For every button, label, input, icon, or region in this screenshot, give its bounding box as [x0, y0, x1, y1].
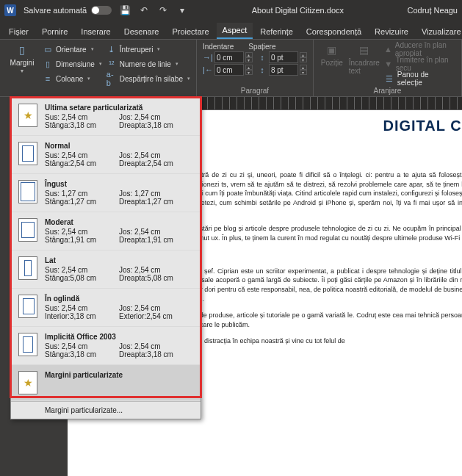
tab-fișier[interactable]: Fișier — [3, 24, 35, 39]
ribbon: ▯ Margini ▼ ▭Orientare▾ ▯Dimensiune▾ ≡Co… — [0, 40, 462, 97]
columns-button[interactable]: ≡Coloane▾ — [43, 72, 102, 85]
position-button: ▣Poziție — [320, 43, 344, 85]
tab-vizualizare[interactable]: Vizualizare — [416, 24, 462, 39]
margin-thumb-icon: ★ — [18, 104, 37, 127]
margin-option-name: Îngust — [45, 180, 193, 188]
indent-right-input[interactable]: |←▴▾ — [203, 64, 253, 76]
margins-icon: ▯ — [15, 43, 29, 57]
custom-margin-icon: ★ — [18, 371, 37, 394]
undo-icon[interactable]: ↶ — [138, 4, 150, 16]
space-after-icon: ↕ — [257, 65, 267, 75]
margin-option-wide[interactable]: LatSus: 2,54 cmJos: 2,54 cmStânga:5,08 c… — [11, 250, 201, 289]
qat-more-icon[interactable]: ▾ — [176, 4, 188, 16]
tab-corespondență[interactable]: Corespondență — [300, 24, 367, 39]
send-backward-button: ▼Trimitere în plan secu — [384, 57, 455, 71]
chevron-down-icon: ▼ — [20, 68, 25, 73]
margin-option-name: În oglindă — [45, 295, 193, 303]
margins-dropdown: ★Ultima setare particularizatăSus: 2,54 … — [10, 97, 201, 419]
wrap-icon: ▤ — [357, 43, 372, 57]
margin-thumb-icon — [18, 295, 37, 318]
document-title: About Digital Citizen.docx — [195, 6, 400, 15]
margin-option-o2003[interactable]: Implicită Office 2003Sus: 2,54 cmJos: 2,… — [11, 327, 201, 365]
margin-thumb-icon — [18, 180, 37, 203]
indent-right-icon: |← — [203, 65, 213, 75]
redo-icon[interactable]: ↷ — [157, 4, 169, 16]
space-before-input[interactable]: ↕▴▾ — [257, 51, 307, 63]
line-numbers-button[interactable]: ¹²Numere de linie▾ — [107, 57, 190, 71]
digital-citizen-logo: DIGITAL CITIZEN — [383, 118, 463, 134]
orientation-icon: ▭ — [43, 44, 53, 54]
tab-proiectare[interactable]: Proiectare — [166, 24, 214, 39]
tab-pornire[interactable]: Pornire — [36, 24, 73, 39]
margin-option-name: Ultima setare particularizată — [45, 104, 193, 112]
breaks-button[interactable]: ⤓Întreruperi▾ — [107, 43, 190, 56]
margins-button[interactable]: ▯ Margini ▼ — [6, 43, 38, 85]
space-after-input[interactable]: ↕▴▾ — [257, 64, 307, 76]
line-numbers-icon: ¹² — [107, 59, 117, 69]
margin-thumb-icon — [18, 142, 37, 165]
margin-option-name: Lat — [45, 256, 193, 264]
tab-desenare[interactable]: Desenare — [118, 24, 165, 39]
indent-left-input[interactable]: →|▴▾ — [203, 51, 253, 63]
margin-thumb-icon — [18, 333, 37, 356]
autosave-toggle-group[interactable]: Salvare automată — [24, 6, 112, 15]
position-icon: ▣ — [325, 43, 339, 57]
bring-forward-icon: ▲ — [384, 44, 392, 54]
group-arrange: ▣Poziție ▤Încadrare text ▲Aducere în pla… — [314, 40, 462, 96]
margin-option-name: Moderat — [45, 218, 193, 226]
tab-inserare[interactable]: Inserare — [75, 24, 116, 39]
margin-option-mirror[interactable]: În oglindăSus: 2,54 cmJos: 2,54 cmInteri… — [11, 289, 201, 327]
send-backward-icon: ▼ — [384, 59, 393, 69]
hyphenation-icon: a-b — [107, 73, 117, 84]
selection-pane-icon: ☰ — [384, 73, 394, 84]
orientation-button[interactable]: ▭Orientare▾ — [43, 43, 102, 56]
tab-revizuire[interactable]: Revizuire — [369, 24, 414, 39]
margin-option-last[interactable]: ★Ultima setare particularizatăSus: 2,54 … — [11, 98, 201, 136]
tab-referințe[interactable]: Referințe — [254, 24, 299, 39]
margin-option-normal[interactable]: NormalSus: 2,54 cmJos: 2,54 cmStânga:2,5… — [11, 136, 201, 174]
user-name[interactable]: Codruț Neagu — [408, 6, 458, 15]
save-icon[interactable]: 💾 — [119, 4, 131, 16]
group-page-setup: ▯ Margini ▼ ▭Orientare▾ ▯Dimensiune▾ ≡Co… — [0, 40, 197, 96]
custom-margins-link[interactable]: Margini particularizate... — [11, 401, 201, 419]
margin-option-name: Margini particularizate — [45, 371, 193, 379]
wrap-text-button: ▤Încadrare text — [349, 43, 380, 85]
margin-option-moderate[interactable]: ModeratSus: 2,54 cmJos: 2,54 cmStânga:1,… — [11, 212, 201, 250]
size-button[interactable]: ▯Dimensiune▾ — [43, 57, 102, 71]
indent-left-icon: →| — [203, 52, 213, 62]
autosave-toggle[interactable] — [91, 6, 112, 15]
margin-thumb-icon — [18, 218, 37, 242]
columns-icon: ≡ — [43, 73, 53, 84]
margin-option-custom[interactable]: ★Margini particularizate — [11, 365, 201, 401]
hyphenation-button[interactable]: a-bDespărțire în silabe▾ — [107, 72, 190, 85]
group-paragraph: Indentare Spațiere →|▴▾ ↕▴▾ |←▴▾ ↕▴▾ Par… — [197, 40, 314, 96]
space-before-icon: ↕ — [257, 52, 267, 62]
ribbon-tabs: FișierPornireInserareDesenareProiectareA… — [0, 21, 462, 40]
autosave-label: Salvare automată — [24, 6, 87, 15]
group-label — [6, 87, 190, 95]
breaks-icon: ⤓ — [107, 44, 117, 54]
margin-thumb-icon — [18, 256, 37, 280]
word-app-icon: W — [4, 4, 16, 16]
bring-forward-button: ▲Aducere în plan apropiat — [384, 43, 455, 56]
margin-option-narrow[interactable]: ÎngustSus: 1,27 cmJos: 1,27 cmStânga:1,2… — [11, 174, 201, 212]
size-icon: ▯ — [43, 59, 53, 69]
margin-option-name: Implicită Office 2003 — [45, 333, 193, 341]
tab-aspect[interactable]: Aspect — [217, 23, 253, 39]
selection-pane-button[interactable]: ☰Panou de selecție — [384, 72, 455, 85]
title-bar: W Salvare automată 💾 ↶ ↷ ▾ About Digital… — [0, 0, 462, 21]
margin-option-name: Normal — [45, 142, 193, 150]
